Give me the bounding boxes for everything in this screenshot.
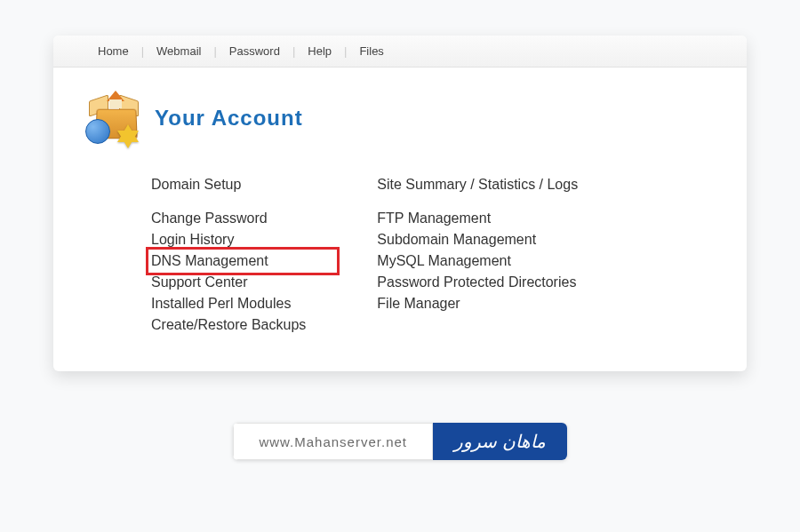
link-support-center[interactable]: Support Center [151, 272, 306, 293]
title-row: Your Account [85, 87, 715, 149]
link-change-password[interactable]: Change Password [151, 208, 306, 229]
watermark-url: www.Mahanserver.net [233, 423, 433, 460]
top-navigation-bar: Home | Webmail | Password | Help | Files [53, 36, 747, 67]
left-column: Domain Setup Change Password Login Histo… [151, 174, 306, 336]
link-ftp-management[interactable]: FTP Management [377, 208, 578, 229]
link-columns: Domain Setup Change Password Login Histo… [85, 174, 715, 336]
star-icon [117, 124, 139, 142]
control-panel-window: Home | Webmail | Password | Help | Files… [53, 36, 747, 371]
link-mysql-management[interactable]: MySQL Management [377, 250, 578, 272]
content-area: Your Account Domain Setup Change Passwor… [53, 67, 747, 371]
link-subdomain-management[interactable]: Subdomain Management [377, 229, 578, 250]
nav-home[interactable]: Home [85, 44, 141, 58]
nav-files[interactable]: Files [347, 44, 396, 58]
watermark-brand: ماهان سرور [433, 423, 567, 460]
page-title: Your Account [155, 106, 303, 131]
nav-help[interactable]: Help [295, 44, 344, 58]
nav-webmail[interactable]: Webmail [144, 44, 213, 58]
watermark-bar: www.Mahanserver.net ماهان سرور [233, 423, 566, 460]
right-column: Site Summary / Statistics / Logs FTP Man… [377, 174, 578, 336]
link-password-protected-directories[interactable]: Password Protected Directories [377, 272, 578, 293]
link-domain-setup[interactable]: Domain Setup [151, 174, 306, 195]
link-installed-perl-modules[interactable]: Installed Perl Modules [151, 293, 306, 314]
link-dns-management[interactable]: DNS Management [151, 250, 306, 272]
link-create-restore-backups[interactable]: Create/Restore Backups [151, 314, 306, 336]
account-icon [85, 87, 148, 149]
link-site-summary[interactable]: Site Summary / Statistics / Logs [377, 174, 578, 195]
globe-icon [85, 119, 110, 144]
nav-password[interactable]: Password [217, 44, 292, 58]
link-file-manager[interactable]: File Manager [377, 293, 578, 314]
link-login-history[interactable]: Login History [151, 229, 306, 250]
